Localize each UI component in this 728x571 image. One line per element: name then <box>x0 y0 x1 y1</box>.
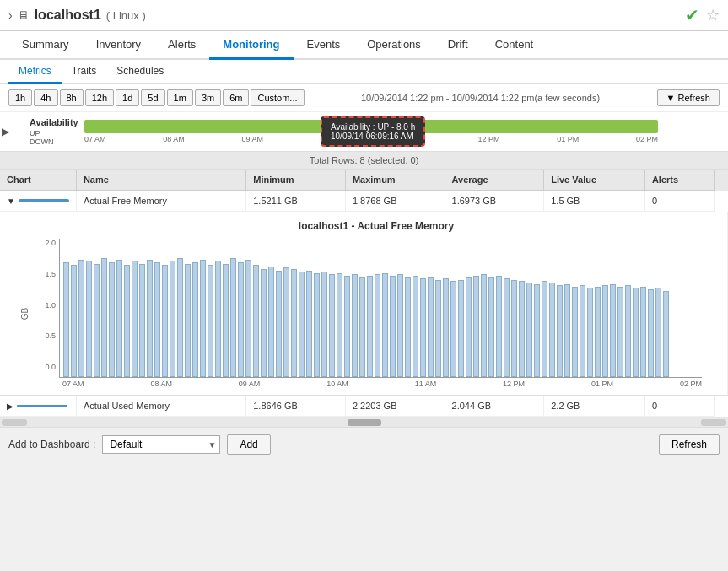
time-1m[interactable]: 1m <box>167 89 193 106</box>
col-chart: Chart <box>0 170 76 191</box>
page-subtitle: ( Linux ) <box>106 9 146 22</box>
nav-events[interactable]: Events <box>294 31 354 60</box>
nav-monitoring[interactable]: Monitoring <box>209 31 293 60</box>
bar <box>488 277 494 377</box>
chart-line-2 <box>17 405 67 407</box>
row1-alerts: 0 <box>644 191 714 212</box>
time-8h[interactable]: 8h <box>60 89 84 106</box>
main-nav: Summary Inventory Alerts Monitoring Even… <box>0 31 728 60</box>
top-bar-left: › 🖥 localhost1 ( Linux ) <box>8 8 146 23</box>
tab-schedules[interactable]: Schedules <box>106 60 174 84</box>
nav-operations[interactable]: Operations <box>353 31 434 60</box>
nav-inventory[interactable]: Inventory <box>83 31 154 60</box>
bar <box>101 258 107 377</box>
row2-min: 1.8646 GB <box>246 396 346 417</box>
bar <box>230 258 236 377</box>
tooltip-line2: 10/09/14 06:09:16 AM <box>331 132 415 141</box>
table-header-row: Total Rows: 8 (selected: 0) <box>0 152 728 170</box>
time-12h[interactable]: 12h <box>85 89 114 106</box>
time-4h[interactable]: 4h <box>34 89 57 106</box>
bar <box>276 271 282 377</box>
time-6m[interactable]: 6m <box>223 89 249 106</box>
up-label: UP <box>30 129 84 137</box>
dashboard-select[interactable]: Default <box>102 435 220 454</box>
bar <box>534 284 540 377</box>
bar <box>595 287 601 377</box>
y-axis-label: GB <box>20 307 30 319</box>
tab-traits[interactable]: Traits <box>62 60 107 84</box>
bar <box>564 284 570 377</box>
bar <box>124 265 130 377</box>
star-icon[interactable]: ☆ <box>706 6 720 24</box>
bar <box>170 261 175 377</box>
bottom-refresh-button[interactable]: Refresh <box>659 434 720 455</box>
row2-max: 2.2203 GB <box>345 396 445 417</box>
bar-chart-title: localhost1 - Actual Free Memory <box>51 220 702 232</box>
top-bar: › 🖥 localhost1 ( Linux ) ✔ ☆ <box>0 0 728 31</box>
tooltip-line1: Availability : UP - 8.0 h <box>331 122 415 132</box>
bar <box>572 287 578 377</box>
top-bar-right: ✔ ☆ <box>685 5 720 25</box>
h-scroll-left[interactable] <box>2 419 27 426</box>
bar <box>132 261 138 377</box>
col-minimum: Minimum <box>246 170 346 191</box>
row1-max: 1.8768 GB <box>345 191 445 212</box>
nav-summary[interactable]: Summary <box>8 31 83 60</box>
dashboard-select-wrapper: Default ▼ <box>102 435 220 454</box>
bar <box>162 265 168 377</box>
time-5d[interactable]: 5d <box>141 89 164 106</box>
server-icon: 🖥 <box>18 8 30 22</box>
bar <box>223 264 229 377</box>
time-1h[interactable]: 1h <box>8 89 32 106</box>
metrics-table: Chart Name Minimum Maximum Average Live … <box>0 170 728 417</box>
bar <box>526 283 532 377</box>
time-range-label: 10/09/2014 1:22 pm - 10/09/2014 1:22 pm(… <box>361 93 600 103</box>
time-3m[interactable]: 3m <box>195 89 221 106</box>
table-row[interactable]: ▼ Actual Free Memory 1.5211 GB 1.8768 GB… <box>0 191 728 212</box>
expand-arrow-2[interactable]: ▶ <box>7 401 13 411</box>
time-custom[interactable]: Custom... <box>251 89 304 106</box>
nav-drift[interactable]: Drift <box>434 31 482 60</box>
h-scrollbar[interactable] <box>0 417 728 427</box>
bar <box>496 276 502 377</box>
bar <box>481 274 487 377</box>
bar <box>337 273 342 377</box>
bar <box>640 287 646 377</box>
bar <box>655 288 661 377</box>
availability-title: Availability <box>30 117 84 127</box>
bar <box>428 277 434 377</box>
table-scroll-area[interactable]: Chart Name Minimum Maximum Average Live … <box>0 170 728 417</box>
row2-alerts: 0 <box>644 396 714 417</box>
row2-live: 2.2 GB <box>544 396 645 417</box>
h-scroll-thumb[interactable] <box>348 419 381 426</box>
chart-cell-1: ▼ <box>0 191 76 212</box>
row2-avg: 2.044 GB <box>445 396 544 417</box>
tab-metrics[interactable]: Metrics <box>8 60 62 84</box>
nav-alerts[interactable]: Alerts <box>154 31 209 60</box>
add-button[interactable]: Add <box>227 434 270 455</box>
bar <box>519 281 525 377</box>
bar <box>633 288 639 377</box>
expand-arrow-1[interactable]: ▼ <box>7 197 15 206</box>
bar <box>390 276 396 377</box>
refresh-button-top[interactable]: ▼ Refresh <box>657 89 720 106</box>
col-live-value: Live Value <box>544 170 645 191</box>
bar <box>625 285 631 377</box>
bar <box>268 267 274 377</box>
bar <box>542 281 547 377</box>
table-row[interactable]: ▶ Actual Used Memory 1.8646 GB 2.2203 GB… <box>0 396 728 417</box>
collapse-arrow[interactable]: ▶ <box>2 126 9 137</box>
bar <box>291 269 297 377</box>
availability-section: ▶ Availability UP DOWN 07 AM 08 AM 09 AM… <box>0 112 728 152</box>
bar <box>382 273 388 377</box>
time-range-bar: 1h 4h 8h 12h 1d 5d 1m 3m 6m Custom... 10… <box>0 84 728 112</box>
bar <box>283 267 289 377</box>
bar <box>443 278 449 377</box>
nav-content[interactable]: Content <box>482 31 547 60</box>
bar <box>397 274 403 377</box>
y-labels: 2.0 1.5 1.0 0.5 0.0 <box>32 239 56 371</box>
col-alerts: Alerts <box>644 170 714 191</box>
h-scroll-right[interactable] <box>701 419 726 426</box>
time-1d[interactable]: 1d <box>116 89 139 106</box>
bar <box>208 265 213 377</box>
